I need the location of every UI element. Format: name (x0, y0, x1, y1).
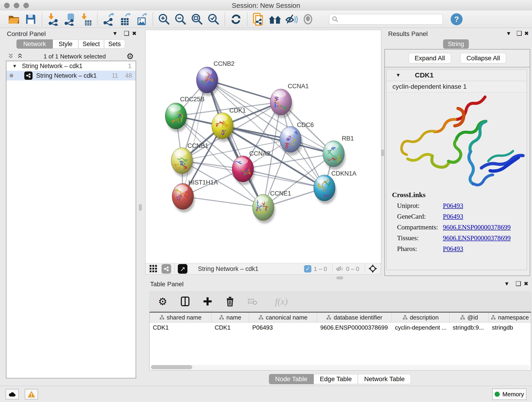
show-graphics-button[interactable] (300, 12, 316, 27)
apply-layout-button[interactable] (228, 12, 244, 27)
birds-eye-view-button[interactable]: ↗ (178, 264, 187, 274)
node-CCNA1[interactable]: CCNA1 (270, 83, 309, 118)
save-session-button[interactable] (22, 12, 39, 27)
crosslink-link[interactable]: P06493 (443, 202, 463, 210)
collection-expand-icon[interactable]: ▼ (12, 64, 17, 69)
horizontal-scrollbar[interactable] (151, 365, 530, 370)
panel-maximize-button[interactable]: ❑ (516, 30, 522, 37)
zoom-selected-button[interactable] (205, 12, 222, 27)
zoom-fit-button[interactable] (189, 12, 205, 27)
column-header[interactable]: namespace (489, 313, 531, 322)
network-options-gear-button[interactable]: ⚙ (127, 51, 134, 61)
collection-count: 1 (128, 63, 132, 70)
panel-close-button[interactable]: ✖ (132, 30, 137, 37)
tab-sets[interactable]: Sets (104, 39, 125, 49)
node-CDKN1A[interactable]: CDKN1A (314, 170, 356, 204)
network-collection-row[interactable]: ▼ String Network – cdk1 1 (6, 61, 136, 71)
panel-close-button[interactable]: ✖ (524, 30, 529, 37)
node-RB1[interactable]: RB1 (323, 135, 354, 170)
cytoscape-window: Session: New Session (0, 0, 532, 402)
protein-structure-image (386, 92, 526, 189)
expand-all-networks-button[interactable] (17, 53, 23, 60)
node-HIST1H1A[interactable]: HIST1H1A (172, 179, 218, 212)
hide-graphics-button[interactable] (283, 12, 300, 27)
crosslink-row: Pharos: P06493 (397, 245, 527, 253)
expand-all-button[interactable]: Expand All (409, 53, 451, 64)
crosslink-label: Pharos: (397, 245, 443, 253)
open-session-button[interactable] (6, 12, 22, 27)
node-CDC25B[interactable]: CDC25B (165, 96, 205, 132)
clone-network-button[interactable] (250, 12, 267, 27)
show-columns-button[interactable] (179, 295, 191, 307)
tab-string[interactable]: String (443, 39, 469, 49)
column-header[interactable]: description (392, 313, 450, 322)
function-builder-button[interactable]: f(x) (269, 295, 294, 307)
tab-network[interactable]: Network (17, 39, 53, 49)
crosslink-link[interactable]: 9606.ENSP00000378699 (443, 223, 511, 231)
vertical-splitter-handle[interactable] (139, 204, 142, 211)
control-panel-tabs: Network Style Select Sets (17, 39, 125, 49)
results-panel-title: Results Panel (388, 30, 428, 38)
table-options-gear-button[interactable]: ⚙ (157, 295, 169, 307)
cloud-status-button[interactable] (6, 389, 19, 400)
delete-column-button[interactable] (224, 295, 236, 307)
edge-HIST1H1A-CCNE1[interactable] (183, 196, 263, 207)
tab-select[interactable]: Select (78, 39, 104, 49)
tab-node-table[interactable]: Node Table (269, 374, 314, 384)
search-input[interactable] (338, 15, 436, 23)
grid-icon (149, 264, 157, 273)
help-button[interactable]: ? (451, 13, 462, 25)
column-header[interactable]: database identifier (317, 313, 392, 322)
column-header[interactable]: shared name (150, 313, 211, 322)
crosslink-link[interactable]: 9606.ENSP00000378699 (443, 234, 511, 242)
horizontal-splitter-handle[interactable] (336, 276, 343, 279)
export-network-button[interactable] (100, 12, 117, 27)
crosslink-link[interactable]: P06493 (443, 245, 463, 253)
tab-edge-table[interactable]: Edge Table (314, 374, 358, 384)
tab-style[interactable]: Style (53, 39, 78, 49)
node-CCNB2[interactable]: CCNB2 (196, 60, 234, 96)
zoom-out-button[interactable] (172, 12, 189, 27)
export-table-button[interactable] (117, 12, 133, 27)
scrollbar-thumb[interactable] (151, 365, 192, 369)
table-row[interactable]: CDK1 CDK1 P06493 9606.ENSP00000378699 cy… (150, 322, 531, 332)
column-header[interactable]: @id (450, 313, 489, 322)
column-header[interactable]: canonical name (249, 313, 317, 322)
zoom-in-button[interactable] (156, 12, 172, 27)
delete-table-button[interactable] (246, 295, 259, 307)
show-home-panel-button[interactable] (267, 12, 283, 27)
network-share-view-button[interactable] (162, 264, 171, 274)
panel-float-button[interactable]: ▼ (506, 30, 511, 37)
panel-close-button[interactable]: ✖ (524, 281, 528, 287)
panel-maximize-button[interactable]: ❑ (515, 280, 521, 287)
collapse-all-button[interactable]: Collapse All (460, 53, 506, 64)
panel-maximize-button[interactable]: ❑ (124, 30, 129, 37)
export-image-button[interactable] (133, 12, 150, 27)
node-label-CDC25B: CDC25B (180, 96, 205, 103)
edge-CCNA2-CDKN1A[interactable] (243, 169, 324, 188)
network-edge-count: 48 (125, 72, 132, 79)
network-row[interactable]: String Network – cdk1 11 48 (6, 71, 136, 80)
gene-section: ▼ CDK1 cyclin-dependent kinase 1 (386, 69, 527, 270)
selected-checkbox-icon[interactable]: ✓ (304, 265, 311, 273)
grid-mode-button[interactable] (149, 264, 157, 274)
panel-float-button[interactable]: ▼ (504, 281, 510, 287)
crosslink-link[interactable]: P06493 (443, 213, 463, 220)
import-network-from-file-button[interactable] (45, 12, 61, 27)
collapse-all-networks-button[interactable] (8, 53, 14, 60)
node-CDC6[interactable]: CDC6 (280, 121, 314, 155)
import-network-from-database-button[interactable] (61, 12, 78, 27)
tab-network-table[interactable]: Network Table (358, 374, 411, 384)
fit-selected-crosshair-button[interactable] (368, 264, 377, 274)
network-view-canvas[interactable]: CCNB2CCNA1CDC25BCDK1CDC6RB1CCNB1CCNA2CDK… (145, 30, 381, 264)
toolbar-separator (97, 13, 98, 26)
import-table-from-file-button[interactable] (78, 12, 94, 27)
memory-button[interactable]: Memory (492, 389, 526, 400)
create-column-button[interactable] (201, 295, 214, 307)
section-collapse-icon[interactable]: ▼ (396, 72, 401, 78)
panel-float-button[interactable]: ▼ (112, 30, 118, 37)
warnings-button[interactable] (25, 389, 38, 400)
edge-CCNB2-CCNE1[interactable] (207, 80, 263, 207)
column-header[interactable]: name (211, 313, 249, 322)
node-label-HIST1H1A: HIST1H1A (188, 179, 218, 186)
